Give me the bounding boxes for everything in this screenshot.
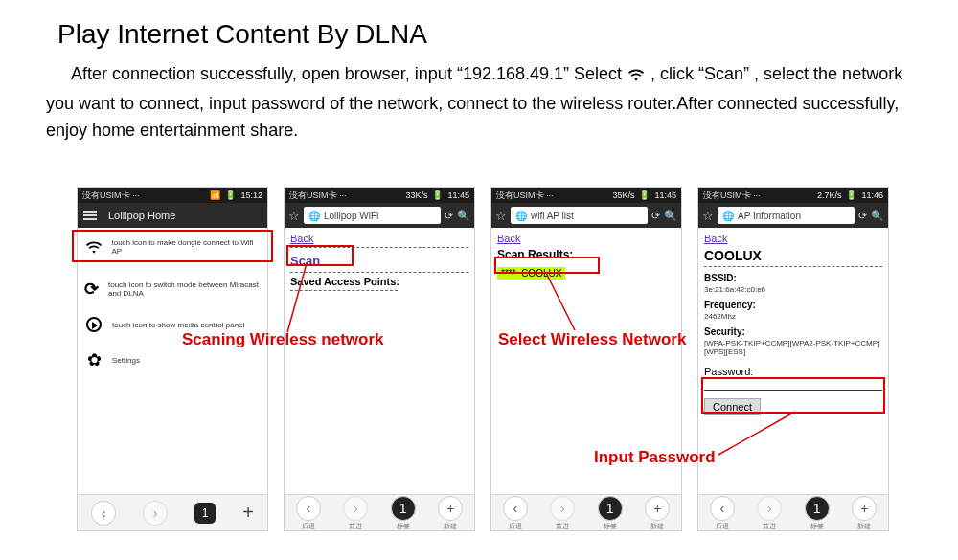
refresh-icon <box>83 279 101 300</box>
page-title: Play Internet Content By DLNA <box>57 19 958 50</box>
battery-icon: 🔋 <box>846 190 856 200</box>
bssid-label: BSSID: <box>704 273 882 283</box>
tabs-button[interactable]: 1 <box>805 496 830 521</box>
bookmark-icon[interactable]: ☆ <box>288 209 300 223</box>
app-header: Lollipop Home <box>78 203 267 228</box>
password-label: Password: <box>704 366 882 377</box>
carrier-label: 没有USIM卡 ··· <box>496 190 554 202</box>
carrier-label: 没有USIM卡 ··· <box>289 190 347 202</box>
globe-icon: 🌐 <box>308 211 320 221</box>
row-label: touch icon to show media control panel <box>112 321 244 329</box>
highlight-network <box>494 257 600 274</box>
status-bar: 没有USIM卡 ··· 35K/s 🔋 11:45 <box>491 188 681 203</box>
reload-icon[interactable]: ⟳ <box>445 210 453 222</box>
intro-a: After connection successfully, open brow… <box>71 64 622 83</box>
frequency-value: 2462Mhz <box>704 312 882 321</box>
screen-scan-results: 没有USIM卡 ··· 35K/s 🔋 11:45 ☆ 🌐wifi AP lis… <box>490 187 682 531</box>
browser-bottom-bar: ‹后退 ›前进 1标签 +新建 <box>285 494 474 530</box>
url-field[interactable]: 🌐AP Information <box>718 207 855 224</box>
battery-icon: 🔋 <box>432 190 443 200</box>
tabs-button[interactable]: 1 <box>391 496 416 521</box>
nav-back-button[interactable]: ‹ <box>91 501 116 526</box>
row-label: Settings <box>112 356 140 365</box>
svg-line-0 <box>287 263 307 332</box>
clock-label: 11:45 <box>447 190 469 200</box>
back-link[interactable]: Back <box>497 233 675 244</box>
svg-line-1 <box>546 273 575 330</box>
tabs-badge[interactable]: 1 <box>194 503 216 524</box>
browser-bottom-bar: ‹后退 ›前进 1标签 +新建 <box>698 494 888 530</box>
back-link[interactable]: Back <box>290 233 468 244</box>
row-label: touch icon to switch mode between Miraca… <box>108 280 262 298</box>
annotation-password: Input Password <box>594 448 716 467</box>
wifi-status-icon: 📶 <box>210 190 220 200</box>
highlight-password <box>701 377 885 414</box>
bookmark-icon[interactable]: ☆ <box>495 209 507 223</box>
nav-forward-button[interactable]: › <box>343 496 368 521</box>
app-title: Lollipop Home <box>108 210 175 221</box>
gear-icon <box>83 349 104 370</box>
intro-b: , click “Scan” , <box>650 64 759 83</box>
frequency-label: Frequency: <box>704 300 882 310</box>
carrier-label: 没有USIM卡 ··· <box>82 190 140 202</box>
nav-back-button[interactable]: ‹ <box>296 496 321 521</box>
globe-icon: 🌐 <box>515 211 527 221</box>
menu-icon[interactable] <box>83 209 97 222</box>
browser-url-bar: ☆ 🌐Lollipop WiFi ⟳ 🔍 <box>285 203 474 228</box>
new-tab-button[interactable]: + <box>645 496 670 521</box>
nav-forward-button[interactable]: › <box>143 501 168 526</box>
nav-back-button[interactable]: ‹ <box>503 496 528 521</box>
reload-icon[interactable]: ⟳ <box>858 210 867 222</box>
browser-url-bar: ☆ 🌐AP Information ⟳ 🔍 <box>698 203 888 228</box>
play-icon <box>83 317 104 332</box>
nav-forward-button[interactable]: › <box>550 496 575 521</box>
wifi-icon <box>627 64 646 91</box>
speed-label: 35K/s <box>612 190 634 200</box>
bookmark-icon[interactable]: ☆ <box>702 209 714 223</box>
ap-name: COOLUX <box>704 248 882 263</box>
nav-forward-button[interactable]: › <box>757 496 782 521</box>
speed-label: 33K/s <box>405 190 427 200</box>
reload-icon[interactable]: ⟳ <box>651 210 660 222</box>
annotation-line-scan <box>287 263 431 340</box>
carrier-label: 没有USIM卡 ··· <box>703 190 761 202</box>
search-icon[interactable]: 🔍 <box>664 210 677 222</box>
screenshots-row: 没有USIM卡 ··· 📶 🔋 15:12 Lollipop Home touc… <box>77 187 889 531</box>
screen-ap-info: 没有USIM卡 ··· 2.7K/s 🔋 11:46 ☆ 🌐AP Informa… <box>697 187 889 531</box>
screen-wifi: 没有USIM卡 ··· 33K/s 🔋 11:45 ☆ 🌐Lollipop Wi… <box>284 187 475 531</box>
security-value: [WPA-PSK-TKIP+CCMP][WPA2-PSK-TKIP+CCMP][… <box>704 339 882 356</box>
annotation-select: Select Wireless Network <box>498 330 686 349</box>
settings-row[interactable]: Settings <box>83 349 262 370</box>
clock-label: 11:45 <box>654 190 676 200</box>
intro-text: After connection successfully, open brow… <box>46 61 920 145</box>
browser-bottom-bar: ‹后退 ›前进 1标签 +新建 <box>491 494 681 530</box>
clock-label: 15:12 <box>240 190 262 200</box>
search-icon[interactable]: 🔍 <box>457 210 470 222</box>
screen-home: 没有USIM卡 ··· 📶 🔋 15:12 Lollipop Home touc… <box>77 187 268 531</box>
annotation-scan: Scaning Wireless network <box>182 330 384 349</box>
battery-icon: 🔋 <box>225 190 236 200</box>
new-tab-button[interactable]: + <box>852 496 877 521</box>
speed-label: 2.7K/s <box>817 190 842 200</box>
url-field[interactable]: 🌐wifi AP list <box>511 207 648 224</box>
highlight-wifi-row <box>72 230 273 262</box>
new-tab-button[interactable]: + <box>438 496 463 521</box>
globe-icon: 🌐 <box>722 211 734 221</box>
browser-url-bar: ☆ 🌐wifi AP list ⟳ 🔍 <box>491 203 681 228</box>
clock-label: 11:46 <box>861 190 883 200</box>
search-icon[interactable]: 🔍 <box>871 210 884 222</box>
svg-line-2 <box>718 412 795 455</box>
browser-bottom-bar: ‹ › 1 + <box>78 494 267 530</box>
switch-mode-row[interactable]: touch icon to switch mode between Miraca… <box>83 279 262 300</box>
back-link[interactable]: Back <box>704 233 882 244</box>
battery-icon: 🔋 <box>639 190 650 200</box>
url-field[interactable]: 🌐Lollipop WiFi <box>304 207 441 224</box>
nav-back-button[interactable]: ‹ <box>710 496 735 521</box>
status-bar: 没有USIM卡 ··· 2.7K/s 🔋 11:46 <box>698 188 888 203</box>
status-bar: 没有USIM卡 ··· 33K/s 🔋 11:45 <box>285 188 474 203</box>
bssid-value: 3e:21:6a:42:c0:e6 <box>704 285 882 294</box>
new-tab-button[interactable]: + <box>242 502 254 524</box>
status-bar: 没有USIM卡 ··· 📶 🔋 15:12 <box>78 188 267 203</box>
security-label: Security: <box>704 326 882 337</box>
tabs-button[interactable]: 1 <box>598 496 623 521</box>
